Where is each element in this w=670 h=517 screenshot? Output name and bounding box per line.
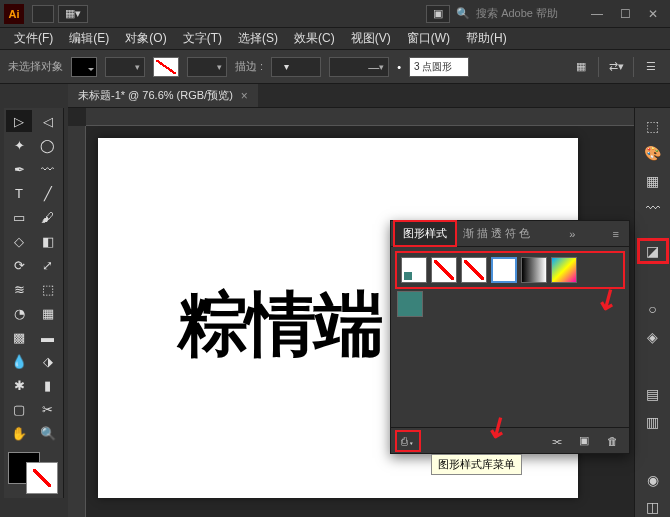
dock-layers-icon[interactable]: ◈ [640, 327, 666, 346]
stroke-width-input[interactable]: ▾ [271, 57, 321, 77]
stroke-swatch[interactable] [153, 57, 179, 77]
style-thumb-selected[interactable] [491, 257, 517, 283]
style-thumb-none-2[interactable] [461, 257, 487, 283]
tool-perspective[interactable]: ▦ [35, 302, 61, 324]
maximize-button[interactable]: ☐ [612, 5, 638, 23]
new-style-button[interactable]: ▣ [573, 432, 595, 450]
artwork-text: 粽情端 [178, 278, 382, 372]
style-thumb-teal[interactable] [397, 291, 423, 317]
dock-pathfinder-icon[interactable]: ◫ [640, 498, 666, 517]
dock-swatches-icon[interactable]: ▦ [640, 171, 666, 190]
title-layout-dd[interactable]: ▦▾ [58, 5, 88, 23]
dock-graphic-styles-icon[interactable]: ◪ [640, 241, 666, 260]
doctab-close-icon[interactable]: × [241, 89, 248, 103]
tool-rectangle[interactable]: ▭ [6, 206, 32, 228]
tool-blend[interactable]: ⬗ [35, 350, 61, 372]
stroke-color-icon[interactable] [26, 462, 58, 494]
tool-column-graph[interactable]: ▮ [35, 374, 61, 396]
tool-magic-wand[interactable]: ✦ [6, 134, 32, 156]
doctab-title: 未标题-1* @ 76.6% (RGB/预览) [78, 88, 233, 103]
search-input[interactable]: 搜索 Adobe 帮助 [476, 6, 558, 21]
menu-object[interactable]: 对象(O) [117, 30, 174, 47]
tool-eraser[interactable]: ◧ [35, 230, 61, 252]
delete-style-button[interactable]: 🗑 [601, 432, 623, 450]
tool-rotate[interactable]: ⟳ [6, 254, 32, 276]
tool-pen[interactable]: ✒ [6, 158, 32, 180]
menu-window[interactable]: 窗口(W) [399, 30, 458, 47]
style-thumb-none-1[interactable] [431, 257, 457, 283]
tool-lasso[interactable]: ◯ [35, 134, 61, 156]
menu-effect[interactable]: 效果(C) [286, 30, 343, 47]
search-mag-icon: 🔍 [456, 7, 470, 20]
tool-width[interactable]: ≋ [6, 278, 32, 300]
panel-collapse-icon[interactable]: » [563, 228, 581, 240]
menu-view[interactable]: 视图(V) [343, 30, 399, 47]
stroke-label: 描边 : [235, 59, 263, 74]
menu-type[interactable]: 文字(T) [175, 30, 230, 47]
minimize-button[interactable]: — [584, 5, 610, 23]
tool-paintbrush[interactable]: 🖌 [35, 206, 61, 228]
tool-shaper[interactable]: ◇ [6, 230, 32, 252]
tooltip: 图形样式库菜单 [431, 454, 522, 475]
search-toggle-icon[interactable]: ▣ [426, 5, 450, 23]
dock-transform-icon[interactable]: ▥ [640, 412, 666, 431]
tool-selection[interactable]: ▷ [6, 110, 32, 132]
panel-menu-icon[interactable]: ≡ [607, 228, 625, 240]
tool-eyedropper[interactable]: 💧 [6, 350, 32, 372]
dock-stroke-icon[interactable]: ○ [640, 299, 666, 318]
tool-type[interactable]: T [6, 182, 32, 204]
dock-properties-icon[interactable]: ⬚ [640, 116, 666, 135]
fill-swatch[interactable] [71, 57, 97, 77]
dock-color-icon[interactable]: 🎨 [640, 143, 666, 162]
selection-label: 未选择对象 [8, 59, 63, 74]
break-link-button[interactable]: ⫘ [545, 432, 567, 450]
stroke-dd[interactable] [187, 57, 227, 77]
tool-hand[interactable]: ✋ [6, 422, 32, 444]
styles-thumbs-row [397, 253, 623, 287]
stroke-profile-dd[interactable]: 3 点圆形 [409, 57, 469, 77]
document-tab[interactable]: 未标题-1* @ 76.6% (RGB/预览) × [68, 84, 258, 107]
menu-select[interactable]: 选择(S) [230, 30, 286, 47]
tool-mesh[interactable]: ▩ [6, 326, 32, 348]
opt-align-icon[interactable]: ▦ [570, 57, 592, 77]
tool-zoom[interactable]: 🔍 [35, 422, 61, 444]
stroke-var-dd[interactable]: — [329, 57, 389, 77]
opt-transform-icon[interactable]: ⇄▾ [605, 57, 627, 77]
style-thumb-gradient[interactable] [521, 257, 547, 283]
tab-graphic-styles[interactable]: 图形样式 [395, 222, 455, 245]
fill-dd[interactable] [105, 57, 145, 77]
dock-align-icon[interactable]: ▤ [640, 385, 666, 404]
tool-artboard[interactable]: ▢ [6, 398, 32, 420]
tool-scale[interactable]: ⤢ [35, 254, 61, 276]
ruler-vertical [68, 126, 86, 517]
ruler-horizontal [86, 108, 634, 126]
close-button[interactable]: ✕ [640, 5, 666, 23]
tool-shape-builder[interactable]: ◔ [6, 302, 32, 324]
tool-gradient[interactable]: ▬ [35, 326, 61, 348]
tool-direct-selection[interactable]: ◁ [35, 110, 61, 132]
graphic-styles-panel: 图形样式 渐 描 透 符 色 » ≡ ⎙▾ ⫘ ▣ 🗑 图形样式库菜单 ↙ ↙ [390, 220, 630, 454]
dock-appearance-icon[interactable]: ◉ [640, 470, 666, 489]
menu-help[interactable]: 帮助(H) [458, 30, 515, 47]
menu-file[interactable]: 文件(F) [6, 30, 61, 47]
tool-free-transform[interactable]: ⬚ [35, 278, 61, 300]
app-icon: Ai [4, 4, 24, 24]
menu-edit[interactable]: 编辑(E) [61, 30, 117, 47]
tool-symbol-sprayer[interactable]: ✱ [6, 374, 32, 396]
opt-list-icon[interactable]: ☰ [640, 57, 662, 77]
fill-stroke-swatches[interactable] [6, 450, 60, 496]
tool-slice[interactable]: ✂ [35, 398, 61, 420]
style-thumb-default[interactable] [401, 257, 427, 283]
style-thumb-multi[interactable] [551, 257, 577, 283]
title-swatch[interactable] [32, 5, 54, 23]
tab-other[interactable]: 渐 描 透 符 色 [455, 222, 538, 245]
styles-library-menu-button[interactable]: ⎙▾ [397, 432, 419, 450]
tool-line[interactable]: ╱ [35, 182, 61, 204]
tool-curvature[interactable]: 〰 [35, 158, 61, 180]
dock-brushes-icon[interactable]: 〰 [640, 198, 666, 217]
